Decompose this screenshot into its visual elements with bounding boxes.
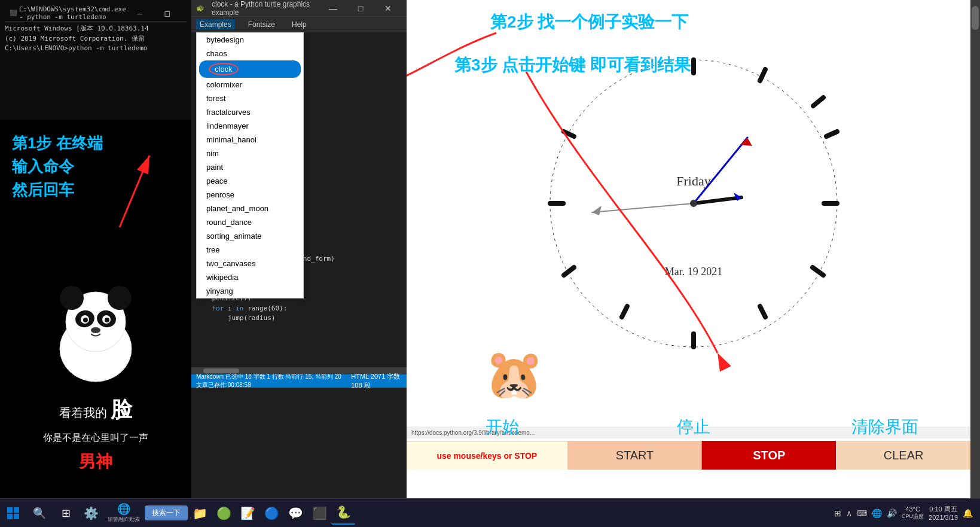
cmd-title-bar: ⬛ C:\WINDOWS\system32\cmd.exe - python -… [5, 5, 187, 22]
turtle-win-controls: — □ ✕ [319, 0, 402, 17]
dropdown-fractalcurves[interactable]: fractalcurves [197, 105, 303, 119]
maximize-button[interactable]: □ [154, 5, 181, 22]
tray-grid[interactable]: ⊞ [834, 508, 841, 518]
dropdown-round-dance[interactable]: round_dance [197, 215, 303, 229]
dropdown-colormixer[interactable]: colormixer [197, 78, 303, 92]
taskbar-swirl[interactable]: ⚙️ [79, 501, 103, 525]
status-bar: Markdown 已选中 18 字数 1 行数 当前行 15, 当前列 20 文… [191, 374, 407, 388]
svg-rect-38 [14, 507, 19, 513]
url-bar: https://docs.python.org/3.9/library/turt… [407, 427, 970, 438]
dropdown-bytedesign[interactable]: bytedesign [197, 33, 303, 47]
dropdown-paint[interactable]: paint [197, 160, 303, 174]
svg-point-34 [690, 200, 697, 207]
clear-button[interactable]: CLEAR [836, 441, 970, 470]
dropdown-sorting[interactable]: sorting_animate [197, 229, 303, 243]
step1-arrow [0, 120, 191, 251]
svg-line-29 [694, 138, 747, 203]
start-menu-button[interactable] [0, 500, 26, 526]
svg-rect-37 [7, 507, 13, 513]
svg-line-23 [564, 267, 574, 275]
code-line-28: for i in range(60): [196, 304, 402, 314]
svg-line-28 [694, 197, 741, 203]
dropdown-wikipedia[interactable]: wikipedia [197, 270, 303, 284]
dropdown-minimal-hanoi[interactable]: minimal_hanoi [197, 133, 303, 147]
turtle-menubar: Examples Fontsize Help bytedesign chaos … [191, 17, 407, 32]
dropdown-planet-moon[interactable]: planet_and_moon [197, 202, 303, 215]
svg-point-5 [108, 286, 132, 310]
message-text: use mouse/keys or STOP [436, 451, 537, 461]
taskview-button[interactable]: ⊞ [53, 500, 79, 526]
taskbar-word[interactable]: 📝 [236, 501, 259, 525]
svg-line-15 [760, 69, 765, 81]
svg-point-4 [60, 286, 84, 310]
svg-text:Mar. 19 2021: Mar. 19 2021 [665, 266, 723, 278]
svg-line-22 [622, 306, 627, 317]
dropdown-nim[interactable]: nim [197, 147, 303, 160]
panda-text1: 看着我的 脸 [43, 391, 148, 429]
turtle-close[interactable]: ✕ [374, 0, 402, 17]
tray-up-arrow[interactable]: ∧ [846, 508, 852, 518]
tray-volume[interactable]: 🔊 [887, 508, 897, 518]
svg-text:Friday: Friday [676, 173, 710, 188]
dropdown-penrose[interactable]: penrose [197, 188, 303, 202]
step3-annotation: 第3步 点击开始键 即可看到结果 [454, 54, 691, 77]
taskbar-chrome[interactable]: 🔵 [259, 501, 283, 525]
taskbar-tray: ⊞ ∧ ⌨ 🌐 🔊 43°C CPU温度 0:10 周五 2021/3/19 🔔 [834, 505, 980, 521]
right-panel: 第2步 找一个例子实验一下 第3步 点击开始键 即可看到结果 Friday M [407, 0, 980, 498]
step1-area: 第1步 在终端输入命令然后回车 [0, 120, 191, 251]
taskbar-terminal[interactable]: ⬛ [307, 501, 331, 525]
scrollbar-thumb [972, 6, 979, 30]
stop-button[interactable]: STOP [701, 441, 836, 470]
svg-point-12 [91, 327, 100, 333]
dropdown-yinyang[interactable]: yinyang [197, 284, 303, 298]
panda-section: 看着我的 脸 你是不是在心里叫了一声 男神 [0, 251, 191, 508]
right-scrollbar[interactable] [970, 0, 980, 498]
svg-line-17 [826, 132, 837, 136]
turtle-title-text: clock - a Python turtle graphics example [212, 0, 312, 17]
panda-image [42, 283, 149, 391]
taskbar-ie[interactable]: 🌐 辅警融诈勤索 [103, 502, 145, 523]
code-line-29: jump(radius) [196, 313, 402, 324]
turtle-maximize[interactable]: □ [347, 0, 374, 17]
temp-value: 43°C [902, 505, 924, 513]
cmd-line3: C:\Users\LENOVO>python -m turtledemo [5, 44, 187, 54]
url-text: https://docs.python.org/3.9/library/turt… [411, 429, 535, 436]
svg-line-25 [564, 132, 574, 136]
ie-label: 辅警融诈勤索 [108, 516, 140, 523]
dropdown-clock[interactable]: clock [199, 60, 301, 78]
tray-network[interactable]: 🌐 [872, 508, 882, 518]
dropdown-lindenmayer[interactable]: lindenmayer [197, 119, 303, 133]
turtle-title-bar: 🐢 clock - a Python turtle graphics examp… [191, 0, 407, 17]
taskbar-explorer[interactable]: 📁 [188, 501, 212, 525]
taskbar-date-value: 2021/3/19 [929, 514, 958, 521]
controls-row: use mouse/keys or STOP START STOP CLEAR [407, 441, 970, 470]
svg-point-11 [105, 318, 109, 322]
taskbar-edge[interactable]: 🟢 [212, 501, 236, 525]
panda-text2: 你是不是在心里叫了一声 [43, 429, 148, 447]
mascot-character: 🐹 [484, 346, 544, 403]
middle-panel: 🐢 clock - a Python turtle graphics examp… [191, 0, 407, 498]
menu-examples[interactable]: Examples [196, 19, 235, 30]
search-button[interactable]: 🔍 [26, 500, 53, 526]
dropdown-two-canvases[interactable]: two_canvases [197, 257, 303, 270]
search-bar-button[interactable]: 搜索一下 [145, 505, 188, 520]
menu-fontsize[interactable]: Fontsize [245, 19, 279, 30]
menu-help[interactable]: Help [288, 19, 310, 30]
status-text: Markdown 已选中 18 字数 1 行数 当前行 15, 当前列 20 文… [196, 373, 341, 389]
dropdown-chaos[interactable]: chaos [197, 47, 303, 60]
dropdown-tree[interactable]: tree [197, 243, 303, 257]
svg-marker-32 [592, 206, 602, 215]
minimize-button[interactable]: — [126, 5, 154, 22]
svg-line-16 [813, 98, 823, 106]
dropdown-forest[interactable]: forest [197, 92, 303, 105]
tray-keyboard: ⌨ [857, 509, 867, 517]
start-button[interactable]: START [567, 441, 702, 470]
dropdown-peace[interactable]: peace [197, 174, 303, 188]
turtle-minimize[interactable]: — [319, 0, 347, 17]
tray-notification[interactable]: 🔔 [963, 508, 973, 518]
main-area: ⬛ C:\WINDOWS\system32\cmd.exe - python -… [0, 0, 980, 498]
taskbar-clock[interactable]: 0:10 周五 2021/3/19 [929, 505, 958, 521]
taskbar-wechat[interactable]: 💬 [283, 501, 307, 525]
taskbar-time-value: 0:10 周五 [929, 505, 958, 514]
taskbar-python[interactable]: 🐍 [331, 501, 355, 525]
